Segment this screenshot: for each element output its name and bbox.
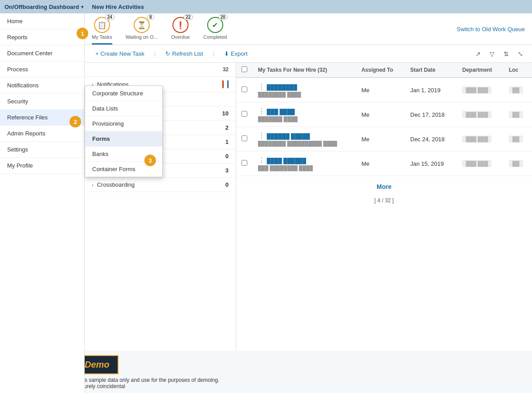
sidebar-item-home[interactable]: Home	[0, 13, 84, 29]
row-task-title[interactable]: ████ ██████	[267, 158, 306, 164]
waiting-on-badge: 8	[147, 14, 154, 20]
department-column-header: Department	[457, 63, 503, 78]
row-task-subtitle: ███████ ████	[258, 116, 298, 122]
toolbar: + Create New Task | ↻ Refresh List | ⬇ E…	[85, 45, 532, 63]
chevron-down-icon: ▾	[81, 4, 83, 9]
right-panel: My Tasks For New Hire (32) Assigned To S…	[236, 63, 532, 393]
row-actions-icon[interactable]: ⋮	[258, 156, 265, 164]
dashboard-nav[interactable]: On/Offboarding Dashboard ▾	[4, 4, 83, 10]
pagination: [ 4 / 32 ]	[236, 197, 532, 211]
row-assigned-to: Me	[356, 78, 405, 102]
expand-icon: ›	[92, 182, 94, 188]
sidebar-item-security[interactable]: Security	[0, 94, 84, 110]
toolbar-separator-2: |	[213, 50, 214, 57]
newhire-nav[interactable]: New Hire Activities	[92, 4, 144, 10]
expand-icon[interactable]: ⤡	[516, 49, 525, 58]
row-name-cell: ⋮ ████ ██████ ███ ████████ ████	[253, 151, 356, 176]
row-checkbox[interactable]	[241, 86, 247, 92]
row-department: ███ ███	[457, 78, 503, 102]
row-checkbox-cell	[236, 127, 253, 151]
overdue-badge: 22	[184, 14, 193, 20]
more-link[interactable]: More	[236, 176, 532, 197]
my-tasks-label: My Tasks	[92, 34, 112, 40]
sidebar: Home Reports Document Center Process Not…	[0, 13, 85, 393]
select-all-checkbox[interactable]	[241, 66, 247, 72]
start-date-column-header: Start Date	[405, 63, 457, 78]
main-layout: Home Reports Document Center Process Not…	[0, 13, 532, 393]
refresh-list-button[interactable]: ↻ Refresh List	[162, 49, 206, 59]
row-location: ██	[503, 151, 532, 176]
row-checkbox-cell	[236, 78, 253, 102]
tab-completed[interactable]: ✔ 20 Completed	[203, 17, 227, 45]
select-all-column	[236, 63, 253, 78]
sidebar-item-document-center[interactable]: Document Center	[0, 45, 84, 61]
row-task-subtitle: ████████ ██████████ ████	[258, 141, 337, 146]
row-department: ███ ███	[457, 102, 503, 127]
dropdown-provisioning[interactable]: Provisioning	[85, 116, 162, 131]
sidebar-item-reports[interactable]: Reports	[0, 29, 84, 45]
dropdown-forms[interactable]: Forms	[85, 131, 162, 147]
red-bar-indicator	[222, 80, 224, 88]
completed-label: Completed	[203, 34, 227, 40]
step-circle-1: 1	[77, 28, 88, 39]
sidebar-item-my-profile[interactable]: My Profile	[0, 158, 84, 174]
row-actions-icon[interactable]: ⋮	[258, 107, 265, 115]
export-icon: ⬇	[224, 50, 229, 57]
filter-icon[interactable]: ▽	[488, 49, 496, 58]
create-new-task-button[interactable]: + Create New Task	[92, 49, 148, 59]
row-start-date: Dec 17, 2018	[405, 102, 457, 127]
row-name-cell: ⋮ ███ ████ ███████ ████	[253, 102, 356, 127]
refresh-icon: ↻	[165, 50, 170, 57]
tab-overdue[interactable]: ❗ 22 Overdue	[171, 17, 190, 45]
completed-badge: 20	[218, 14, 228, 20]
overdue-label: Overdue	[171, 34, 190, 40]
row-assigned-to: Me	[356, 127, 405, 151]
content-area: 📋 24 My Tasks ⏳ 8 Waiting on O... ❗ 22	[85, 13, 532, 393]
left-panel-header: 32	[85, 63, 236, 77]
assigned-to-column-header: Assigned To	[356, 63, 405, 78]
row-actions-icon[interactable]: ⋮	[258, 132, 265, 139]
row-actions-icon[interactable]: ⋮	[258, 83, 265, 90]
row-start-date: Dec 24, 2018	[405, 127, 457, 151]
table-row: ⋮ ████ ██████ ███ ████████ ████ Me Jan 1…	[236, 151, 532, 176]
row-task-title[interactable]: ████████	[267, 84, 297, 90]
sort-icon[interactable]: ⇅	[502, 49, 511, 58]
tab-waiting-on[interactable]: ⏳ 8 Waiting on O...	[126, 17, 158, 45]
row-assigned-to: Me	[356, 151, 405, 176]
row-start-date: Jan 15, 2019	[405, 151, 457, 176]
row-task-subtitle: ███ ████████ ████	[258, 165, 313, 171]
waiting-on-label: Waiting on O...	[126, 34, 158, 40]
work-queue-tabs: 📋 24 My Tasks ⏳ 8 Waiting on O... ❗ 22	[85, 13, 532, 45]
row-checkbox[interactable]	[241, 135, 247, 141]
dropdown-data-lists[interactable]: Data Lists	[85, 101, 162, 116]
row-task-title[interactable]: ██████ █████	[267, 133, 310, 139]
row-checkbox[interactable]	[241, 160, 247, 166]
row-name-cell: ⋮ ██████ █████ ████████ ██████████ ████	[253, 127, 356, 151]
sidebar-item-settings[interactable]: Settings	[0, 142, 84, 158]
row-department: ███ ███	[457, 151, 503, 176]
row-checkbox-cell	[236, 151, 253, 176]
row-location: ██	[503, 78, 532, 102]
switch-old-queue-link[interactable]: Switch to Old Work Queue	[457, 26, 525, 36]
sidebar-item-admin-reports[interactable]: Admin Reports	[0, 126, 84, 142]
top-nav: On/Offboarding Dashboard ▾ New Hire Acti…	[0, 0, 532, 13]
list-item-crossboarding[interactable]: › Crossboarding 0	[85, 178, 236, 192]
blue-bar-indicator	[227, 80, 229, 88]
row-task-subtitle: ████████ ████	[258, 92, 301, 97]
sidebar-item-notifications[interactable]: Notifications	[0, 78, 84, 94]
row-start-date: Jan 1, 2019	[405, 78, 457, 102]
dropdown-corporate-structure[interactable]: Corporate Structure	[85, 86, 162, 101]
sidebar-item-process[interactable]: Process	[0, 61, 84, 78]
row-department: ███ ███	[457, 127, 503, 151]
tab-my-tasks[interactable]: 📋 24 My Tasks	[92, 17, 112, 45]
waiting-on-icon: ⏳	[134, 17, 150, 33]
export-button[interactable]: ⬇ Export	[221, 49, 251, 59]
row-checkbox[interactable]	[241, 111, 247, 117]
toolbar-right-actions: ↗ ▽ ⇅ ⤡	[474, 49, 525, 58]
left-panel-count: 32	[223, 66, 229, 73]
share-icon[interactable]: ↗	[474, 49, 483, 58]
name-column-header: My Tasks For New Hire (32)	[253, 63, 356, 78]
row-task-title[interactable]: ███ ████	[267, 109, 295, 115]
row-location: ██	[503, 127, 532, 151]
toolbar-separator-1: |	[154, 50, 156, 57]
